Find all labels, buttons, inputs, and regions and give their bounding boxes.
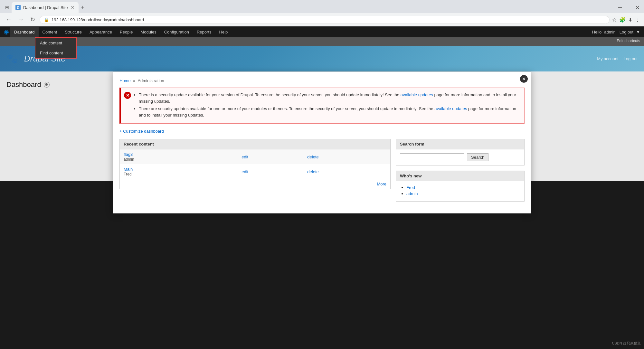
dashboard-sidebar-column: Search form Search Who's new — [396, 139, 525, 207]
tab-close-button[interactable]: ✕ — [71, 5, 75, 10]
search-form-header: Search form — [396, 139, 524, 149]
greeting-text: Hello — [592, 30, 602, 34]
edit-shortcuts-bar: Edit shortcuts — [0, 37, 644, 46]
search-button[interactable]: Search — [467, 153, 488, 161]
main-content: Dashboard ⚙ ✕ Home » Administration ✕ Th… — [0, 71, 644, 181]
search-form-body: Search — [396, 149, 524, 165]
search-input[interactable] — [400, 153, 464, 161]
settings-icon[interactable]: ⚙ — [44, 82, 50, 88]
nav-item-help[interactable]: Help — [215, 27, 232, 37]
back-button[interactable]: ← — [4, 16, 14, 24]
browser-controls: ← → ↻ 🔒 192.168.199.128/node#overlay=adm… — [0, 13, 644, 26]
user-fred-link[interactable]: Fred — [406, 185, 415, 190]
node-author-main: Fred — [124, 172, 132, 176]
admin-arrow[interactable]: ▼ — [636, 30, 640, 34]
alert-message-1: There is a security update available for… — [139, 92, 520, 104]
recent-content-header: Recent content — [120, 139, 390, 149]
download-icon[interactable]: ⬇ — [628, 17, 632, 23]
content-dropdown-menu: Add content Find content — [35, 37, 77, 59]
nav-item-appearance[interactable]: Appearance — [86, 27, 116, 37]
admin-right: Hello admin Log out ▼ — [592, 30, 640, 34]
admin-nav: ◉ Dashboard Content Structure Appearance… — [4, 27, 592, 37]
delete-flag3-link[interactable]: delete — [307, 155, 318, 159]
dropdown-add-content[interactable]: Add content — [35, 38, 76, 48]
drupal-logo-icon[interactable]: ◉ — [4, 28, 9, 35]
tab-history-icon[interactable]: ⊞ — [5, 5, 9, 10]
nav-item-dashboard[interactable]: Dashboard — [10, 27, 39, 37]
header-logout-link[interactable]: Log out — [624, 56, 638, 61]
minimize-button[interactable]: ─ — [616, 4, 624, 11]
refresh-button[interactable]: ↻ — [28, 15, 37, 24]
table-row: flag3 admin edit delete — [120, 149, 390, 164]
active-tab[interactable]: D Dashboard | Drupal Site ✕ — [12, 2, 79, 13]
table-row: Main Fred edit delete — [120, 164, 390, 179]
breadcrumb: Home » Administration — [119, 78, 525, 83]
customize-dashboard-link[interactable]: + Customize dashboard — [119, 129, 164, 134]
alert-msg2-prefix: There are security updates available for… — [139, 106, 434, 111]
maximize-button[interactable]: □ — [625, 4, 632, 11]
more-link-row: More — [120, 179, 390, 189]
list-item: admin — [406, 191, 520, 196]
whos-new-body: Fred admin — [396, 181, 524, 201]
edit-flag3-link[interactable]: edit — [242, 155, 248, 159]
whos-new-content: Fred admin — [396, 181, 524, 201]
logout-link[interactable]: Log out — [620, 30, 633, 34]
node-author-flag3: admin — [124, 157, 134, 162]
recent-content-table: flag3 admin edit delete — [120, 149, 390, 179]
menu-icon[interactable]: ⋮ — [635, 17, 640, 23]
admin-username-link[interactable]: admin — [604, 30, 615, 34]
alert-message-2: There are security updates available for… — [139, 106, 520, 118]
nav-item-structure[interactable]: Structure — [61, 27, 86, 37]
watermark: CSDN @只惠猫鱼 — [612, 341, 641, 346]
modal-close-button[interactable]: ✕ — [520, 75, 528, 83]
node-title-flag3[interactable]: flag3 — [124, 152, 133, 157]
bookmark-icon[interactable]: ☆ — [612, 17, 617, 23]
dashboard-grid: Recent content flag3 admin — [119, 139, 525, 207]
search-form-container: Search — [396, 149, 524, 165]
whos-new-block: Who's new Fred admin — [396, 171, 525, 202]
recent-content-body: flag3 admin edit delete — [120, 149, 390, 189]
breadcrumb-current: Administration — [137, 78, 164, 83]
tab-favicon: D — [15, 5, 21, 10]
url-text: 192.168.199.128/node#overlay=admin/dashb… — [52, 17, 605, 22]
breadcrumb-home[interactable]: Home — [119, 78, 131, 83]
edit-main-link[interactable]: edit — [242, 169, 248, 174]
nav-item-configuration[interactable]: Configuration — [160, 27, 193, 37]
page-title: Dashboard — [6, 80, 41, 89]
alert-box: ✕ There is a security update available f… — [119, 88, 525, 124]
delete-main-link[interactable]: delete — [307, 169, 318, 174]
window-controls: ─ □ ✕ — [614, 4, 644, 11]
address-bar[interactable]: 🔒 192.168.199.128/node#overlay=admin/das… — [40, 16, 610, 24]
user-admin-link[interactable]: admin — [406, 191, 418, 196]
new-tab-button[interactable]: + — [79, 4, 87, 11]
breadcrumb-separator: » — [133, 78, 135, 83]
dropdown-find-content[interactable]: Find content — [35, 48, 76, 58]
browser-chrome: ⊞ D Dashboard | Drupal Site ✕ + ─ □ ✕ ← … — [0, 0, 644, 26]
whos-new-header: Who's new — [396, 171, 524, 181]
toolbar-right: ☆ 🧩 ⬇ ⋮ — [612, 17, 640, 23]
edit-shortcuts-link[interactable]: Edit shortcuts — [617, 39, 640, 44]
extensions-icon[interactable]: 🧩 — [619, 17, 626, 23]
nav-item-content[interactable]: Content — [39, 27, 61, 37]
dashboard-main-column: Recent content flag3 admin — [119, 139, 391, 207]
alert-msg2-link[interactable]: available updates — [434, 106, 467, 111]
nav-item-reports[interactable]: Reports — [193, 27, 215, 37]
alert-msg1-link[interactable]: available updates — [401, 92, 433, 97]
forward-button[interactable]: → — [16, 16, 26, 24]
admin-nav-bar: ◉ Dashboard Content Structure Appearance… — [0, 26, 644, 37]
alert-icon: ✕ — [124, 92, 131, 99]
node-title-main[interactable]: Main — [124, 167, 133, 172]
list-item: Fred — [406, 185, 520, 190]
security-icon: 🔒 — [44, 17, 49, 22]
overlay-modal: ✕ Home » Administration ✕ There is a sec… — [113, 71, 531, 213]
more-content-link[interactable]: More — [377, 182, 386, 186]
alert-msg1-prefix: There is a security update available for… — [139, 92, 401, 97]
nav-item-people[interactable]: People — [116, 27, 137, 37]
tab-title: Dashboard | Drupal Site — [23, 5, 68, 10]
nav-item-modules[interactable]: Modules — [137, 27, 160, 37]
site-header-right: My account Log out — [597, 56, 638, 61]
close-button[interactable]: ✕ — [633, 4, 641, 11]
my-account-link[interactable]: My account — [597, 56, 618, 61]
site-logo-icon: 🐾 — [6, 53, 18, 64]
tab-bar: ⊞ D Dashboard | Drupal Site ✕ + ─ □ ✕ — [0, 0, 644, 13]
